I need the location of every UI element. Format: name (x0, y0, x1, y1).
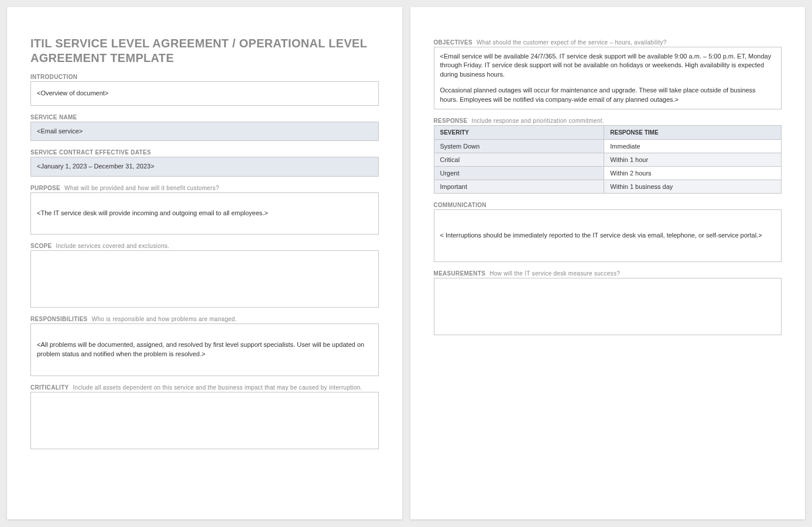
objectives-label-text: OBJECTIVES (434, 39, 472, 46)
objectives-para1: <Email service will be available 24/7/36… (440, 52, 776, 79)
scope-label-text: SCOPE (30, 243, 52, 249)
scope-hint: Include services covered and exclusions. (56, 243, 170, 249)
measurements-box[interactable] (434, 278, 782, 335)
time-cell: Within 2 hours (604, 166, 782, 180)
introduction-box[interactable]: <Overview of document> (30, 81, 379, 106)
responsibilities-value: <All problems will be documented, assign… (37, 340, 372, 359)
responsibilities-hint: Who is responsible and how problems are … (92, 316, 237, 322)
introduction-value: <Overview of document> (37, 89, 108, 98)
objectives-label: OBJECTIVES What should the customer expe… (434, 39, 782, 46)
communication-box[interactable]: < Interruptions should be immediately re… (434, 209, 782, 262)
scope-box[interactable] (30, 250, 379, 308)
objectives-para2: Occasional planned outages will occur fo… (440, 86, 776, 104)
measurements-hint: How will the IT service desk measure suc… (489, 270, 620, 277)
criticality-box[interactable] (30, 392, 379, 449)
responsibilities-label: RESPONSIBILITIES Who is responsible and … (30, 316, 379, 322)
table-row: System Down Immediate (434, 139, 782, 153)
criticality-label: CRITICALITY Include all assets dependent… (30, 384, 379, 391)
scope-label: SCOPE Include services covered and exclu… (30, 243, 379, 249)
introduction-label: INTRODUCTION (30, 74, 379, 80)
communication-value: < Interruptions should be immediately re… (440, 231, 762, 240)
responsibilities-label-text: RESPONSIBILITIES (30, 316, 88, 322)
purpose-hint: What will be provided and how will it be… (64, 185, 219, 191)
page-left: ITIL SERVICE LEVEL AGREEMENT / OPERATION… (7, 7, 402, 519)
time-cell: Within 1 business day (604, 180, 782, 193)
effective-dates-box[interactable]: <January 1, 2023 – December 31, 2023> (30, 157, 379, 176)
severity-cell: System Down (434, 139, 604, 153)
response-label: RESPONSE Include response and prioritiza… (434, 118, 782, 124)
response-table: SEVERITY RESPONSE TIME System Down Immed… (434, 125, 782, 194)
severity-cell: Critical (434, 153, 604, 166)
purpose-box[interactable]: <The IT service desk will provide incomi… (30, 192, 379, 235)
service-name-value: <Email service> (37, 127, 83, 136)
severity-cell: Important (434, 180, 604, 193)
objectives-box[interactable]: <Email service will be available 24/7/36… (434, 47, 782, 109)
communication-label: COMMUNICATION (434, 202, 782, 208)
table-row: Critical Within 1 hour (434, 153, 782, 166)
objectives-hint: What should the customer expect of the s… (477, 39, 667, 46)
severity-header: SEVERITY (434, 125, 604, 139)
time-cell: Immediate (604, 139, 782, 153)
table-row: Urgent Within 2 hours (434, 166, 782, 180)
service-name-box[interactable]: <Email service> (30, 122, 379, 141)
response-hint: Include response and prioritization comm… (472, 118, 604, 124)
document-title: ITIL SERVICE LEVEL AGREEMENT / OPERATION… (30, 36, 379, 66)
purpose-label: PURPOSE What will be provided and how wi… (30, 185, 379, 191)
measurements-label-text: MEASUREMENTS (434, 270, 486, 277)
response-label-text: RESPONSE (434, 118, 468, 124)
criticality-hint: Include all assets dependent on this ser… (73, 384, 362, 391)
measurements-label: MEASUREMENTS How will the IT service des… (434, 270, 782, 277)
purpose-value: <The IT service desk will provide incomi… (37, 209, 268, 218)
effective-dates-label: SERVICE CONTRACT EFFECTIVE DATES (30, 149, 379, 156)
responsibilities-box[interactable]: <All problems will be documented, assign… (30, 323, 379, 376)
time-cell: Within 1 hour (604, 153, 782, 166)
effective-dates-value: <January 1, 2023 – December 31, 2023> (37, 162, 155, 171)
table-row: Important Within 1 business day (434, 180, 782, 193)
response-time-header: RESPONSE TIME (604, 125, 782, 139)
criticality-label-text: CRITICALITY (30, 384, 68, 391)
service-name-label: SERVICE NAME (30, 114, 379, 120)
severity-cell: Urgent (434, 166, 604, 180)
page-right: OBJECTIVES What should the customer expe… (410, 7, 806, 519)
purpose-label-text: PURPOSE (30, 185, 60, 191)
